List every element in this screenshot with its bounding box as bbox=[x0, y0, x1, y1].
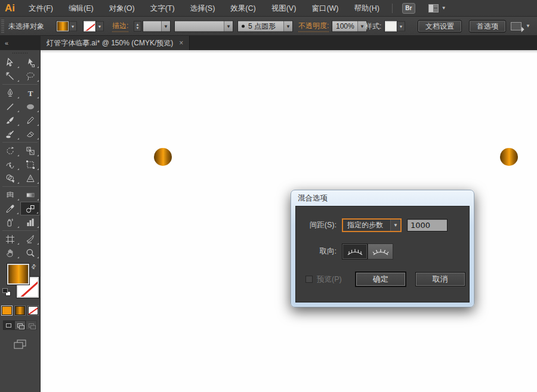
fill-caret-down-icon[interactable]: ▼ bbox=[69, 21, 77, 31]
color-mode-button[interactable] bbox=[2, 306, 12, 315]
screen-mode-control[interactable] bbox=[0, 339, 40, 350]
swap-fill-stroke-icon[interactable]: ⇄ bbox=[29, 263, 38, 271]
menu-item-select[interactable]: 选择(S) bbox=[183, 0, 223, 17]
dialog-title[interactable]: 混合选项 bbox=[291, 190, 474, 206]
rotate-tool[interactable] bbox=[1, 144, 20, 158]
magic-wand-tool[interactable] bbox=[1, 69, 20, 83]
tools-panel-grip[interactable] bbox=[0, 50, 40, 55]
document-tab[interactable]: 灯管字体临摹.ai* @ 150% (CMYK/预览) × bbox=[41, 36, 190, 50]
shape-builder-tool[interactable] bbox=[1, 171, 20, 185]
pen-tool[interactable] bbox=[1, 86, 20, 100]
brush-combo[interactable]: 5 点圆形 ▼ bbox=[237, 20, 293, 32]
eraser-tool[interactable] bbox=[21, 127, 41, 141]
toolbar-separator bbox=[2, 84, 38, 85]
width-tool[interactable] bbox=[1, 158, 20, 171]
blend-anchor-circle-right[interactable] bbox=[500, 148, 518, 166]
stroke-weight-combo[interactable]: ▼ bbox=[143, 20, 171, 32]
brush-preview-dot-icon bbox=[242, 24, 245, 27]
paintbrush-tool[interactable] bbox=[1, 113, 20, 127]
width-profile-combo[interactable]: ▼ bbox=[174, 20, 233, 32]
artboard-tool[interactable] bbox=[1, 232, 20, 246]
illustrator-window: Ai 文件(F)编辑(E)对象(O)文字(T)选择(S)效果(C)视图(V)窗口… bbox=[0, 0, 537, 392]
align-to-page-button[interactable] bbox=[342, 243, 368, 260]
perspective-grid-tool[interactable] bbox=[21, 171, 41, 185]
workspace-switcher[interactable]: ▼ bbox=[428, 4, 446, 13]
blob-brush-tool[interactable] bbox=[1, 127, 20, 141]
ellipse-tool[interactable] bbox=[21, 100, 41, 113]
preview-checkbox[interactable] bbox=[305, 276, 313, 283]
eyedropper-tool[interactable] bbox=[1, 202, 20, 215]
document-tab-bar: « 灯管字体临摹.ai* @ 150% (CMYK/预览) × bbox=[0, 36, 537, 50]
zoom-tool[interactable] bbox=[21, 246, 41, 260]
slice-tool-icon bbox=[26, 234, 35, 244]
draw-normal-button[interactable] bbox=[3, 320, 14, 330]
style-swatch-control[interactable]: ▼ bbox=[385, 21, 405, 31]
app-logo: Ai bbox=[0, 2, 21, 14]
blend-options-dialog: 混合选项 间距(S): 指定的步数 ▼ 取向: bbox=[291, 190, 474, 307]
pencil-tool[interactable] bbox=[21, 113, 41, 127]
mesh-tool[interactable] bbox=[1, 188, 20, 202]
blend-tool[interactable] bbox=[20, 202, 40, 215]
menu-item-effect[interactable]: 效果(C) bbox=[223, 0, 263, 17]
menu-item-file[interactable]: 文件(F) bbox=[21, 0, 61, 17]
steps-input[interactable] bbox=[407, 219, 448, 232]
control-panel-options[interactable]: ▼ bbox=[511, 22, 530, 30]
align-to-page-icon bbox=[346, 247, 364, 257]
lasso-tool[interactable] bbox=[21, 69, 41, 83]
opacity-panel-link[interactable]: 不透明度: bbox=[298, 20, 329, 32]
selection-tool[interactable] bbox=[1, 55, 20, 69]
gradient-mode-button[interactable] bbox=[15, 306, 25, 315]
default-fill-stroke-icon[interactable] bbox=[2, 288, 11, 296]
blend-anchor-circle-left[interactable] bbox=[154, 148, 172, 166]
ok-button[interactable]: 确定 bbox=[356, 272, 406, 286]
fill-color-control[interactable]: ▼ bbox=[57, 21, 77, 31]
style-label: 样式: bbox=[365, 21, 381, 31]
spacing-select[interactable]: 指定的步数 ▼ bbox=[342, 218, 402, 232]
menu-item-window[interactable]: 窗口(W) bbox=[304, 0, 346, 17]
symbol-sprayer-tool[interactable] bbox=[1, 215, 20, 229]
hand-tool[interactable] bbox=[1, 246, 20, 260]
menu-item-type[interactable]: 文字(T) bbox=[143, 0, 183, 17]
lasso-tool-icon bbox=[26, 72, 35, 81]
none-mode-button[interactable] bbox=[28, 306, 38, 315]
dialog-body: 间距(S): 指定的步数 ▼ 取向: bbox=[295, 206, 470, 303]
artboard-tool-icon bbox=[5, 234, 15, 244]
bridge-button[interactable]: Br bbox=[402, 3, 415, 14]
slice-tool[interactable] bbox=[21, 232, 41, 246]
collapse-panels-icon[interactable]: « bbox=[0, 36, 13, 50]
draw-inside-button[interactable] bbox=[26, 320, 37, 330]
align-to-path-button[interactable] bbox=[368, 243, 393, 260]
stroke-weight-stepper[interactable]: ▲▼ bbox=[134, 21, 141, 32]
menu-item-object[interactable]: 对象(O) bbox=[101, 0, 143, 17]
preferences-button[interactable]: 首选项 bbox=[469, 20, 506, 32]
draw-behind-button[interactable] bbox=[14, 320, 26, 330]
selection-tool-icon bbox=[5, 58, 15, 67]
control-bar-grip[interactable] bbox=[1, 20, 4, 33]
menu-item-edit[interactable]: 编辑(E) bbox=[61, 0, 101, 17]
stroke-color-control[interactable]: ▼ bbox=[84, 21, 104, 31]
menu-item-view[interactable]: 视图(V) bbox=[264, 0, 304, 17]
scale-tool[interactable] bbox=[21, 144, 41, 158]
stroke-none-swatch-icon bbox=[84, 21, 95, 31]
cancel-button[interactable]: 取消 bbox=[415, 272, 465, 286]
stroke-panel-link[interactable]: 描边: bbox=[112, 20, 128, 32]
document-setup-button[interactable]: 文档设置 bbox=[418, 20, 462, 32]
shape-builder-tool-icon bbox=[5, 174, 15, 183]
close-tab-icon[interactable]: × bbox=[179, 39, 183, 47]
direct-selection-tool[interactable] bbox=[21, 55, 41, 69]
line-segment-tool[interactable] bbox=[1, 100, 20, 113]
gradient-tool[interactable] bbox=[21, 188, 41, 202]
column-graph-tool[interactable] bbox=[21, 215, 41, 229]
stroke-caret-down-icon[interactable]: ▼ bbox=[95, 21, 104, 31]
document-title: 灯管字体临摹.ai* @ 150% (CMYK/预览) bbox=[47, 38, 173, 48]
free-transform-tool[interactable] bbox=[21, 158, 41, 171]
align-to-path-icon bbox=[372, 247, 390, 257]
drawing-modes bbox=[0, 320, 40, 330]
fill-proxy-swatch[interactable] bbox=[7, 264, 29, 285]
menu-item-help[interactable]: 帮助(H) bbox=[347, 0, 387, 17]
ellipse-tool-icon bbox=[26, 102, 35, 112]
style-caret-down-icon[interactable]: ▼ bbox=[397, 21, 405, 31]
type-tool[interactable]: T bbox=[21, 86, 41, 100]
opacity-value: 100% bbox=[332, 21, 357, 31]
opacity-combo[interactable]: 100% ▼ bbox=[332, 20, 367, 32]
